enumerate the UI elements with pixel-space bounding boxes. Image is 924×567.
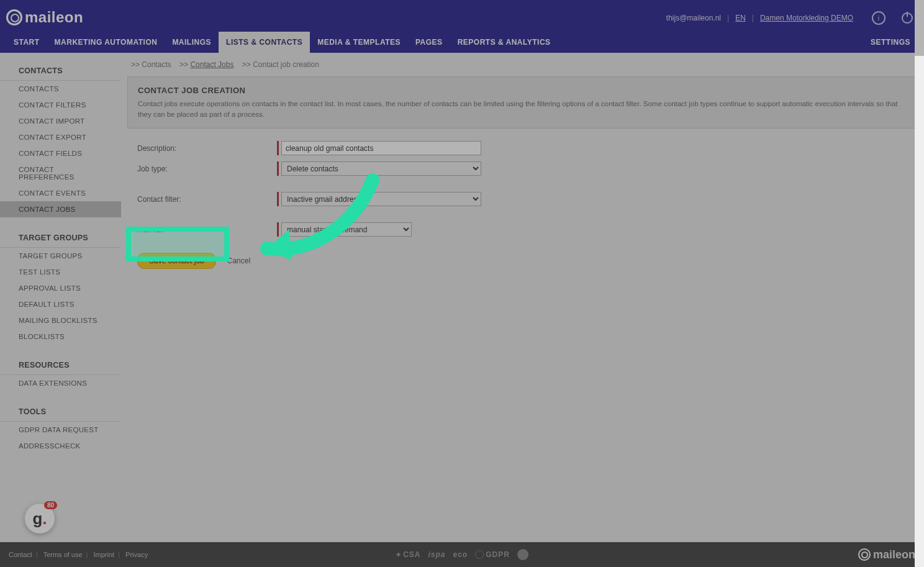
description-input[interactable] [281, 141, 481, 155]
tab-reports-analytics[interactable]: REPORTS & ANALYTICS [450, 32, 558, 53]
breadcrumb-contacts[interactable]: Contacts [142, 60, 171, 69]
sidebar-item-default-lists[interactable]: DEFAULT LISTS [0, 296, 121, 312]
assistant-badge-glyph: g [32, 509, 42, 528]
required-indicator [277, 161, 279, 176]
sidebar-item-contact-fields[interactable]: CONTACT FIELDS [0, 145, 121, 161]
sidebar-section-resources: RESOURCES [0, 356, 121, 374]
brand-logo-icon [6, 9, 22, 25]
footer-logo: maileon [858, 548, 915, 561]
sidebar-section-target-groups: TARGET GROUPS [0, 229, 121, 247]
top-nav: START MARKETING AUTOMATION MAILINGS LIST… [0, 32, 924, 53]
brand-logo[interactable]: maileon [6, 9, 83, 26]
account-link[interactable]: Damen Motorkleding DEMO [760, 14, 853, 22]
interval-label: Interval: [137, 225, 277, 234]
sidebar-section-tools: TOOLS [0, 402, 121, 421]
sidebar-item-contact-export[interactable]: CONTACT EXPORT [0, 129, 121, 145]
tab-mailings[interactable]: MAILINGS [165, 32, 219, 53]
footer: Contact| Terms of use| Imprint| Privacy … [0, 542, 924, 567]
footer-contact[interactable]: Contact [9, 551, 32, 558]
user-email: thijs@maileon.nl [666, 14, 721, 22]
sidebar-item-contact-import[interactable]: CONTACT IMPORT [0, 113, 121, 129]
sidebar-item-contact-filters[interactable]: CONTACT FILTERS [0, 97, 121, 113]
footer-terms[interactable]: Terms of use [43, 551, 83, 558]
description-label: Description: [137, 144, 277, 153]
sidebar-item-approval-lists[interactable]: APPROVAL LISTS [0, 280, 121, 296]
contact-filter-select[interactable]: Inactive gmail addresses [281, 192, 481, 206]
logout-icon[interactable] [902, 12, 913, 24]
tab-pages[interactable]: PAGES [408, 32, 450, 53]
assistant-badge[interactable]: g. 80 [25, 504, 55, 533]
badge-round-icon [517, 549, 528, 560]
required-indicator [277, 192, 279, 206]
sidebar-section-contacts: CONTACTS [0, 61, 121, 80]
required-indicator [277, 141, 279, 155]
badge-csa: CSA [403, 550, 420, 559]
sidebar-item-target-groups[interactable]: TARGET GROUPS [0, 248, 121, 264]
lang-link[interactable]: EN [735, 14, 746, 22]
sidebar-item-test-lists[interactable]: TEST LISTS [0, 264, 121, 280]
header-utility: thijs@maileon.nl | EN | Damen Motorkledi… [666, 11, 913, 25]
sidebar-item-blocklists[interactable]: BLOCKLISTS [0, 329, 121, 345]
footer-badges: ✦CSA ispa eco GDPR [396, 549, 528, 560]
breadcrumb-current: Contact job creation [253, 60, 319, 69]
interval-select[interactable]: manual start on demand [281, 222, 412, 237]
tab-lists-contacts[interactable]: LISTS & CONTACTS [219, 32, 310, 53]
badge-ispa: ispa [428, 550, 445, 559]
badge-gdpr: GDPR [486, 550, 510, 559]
main-area: CONTACTS CONTACTS CONTACT FILTERS CONTAC… [0, 53, 924, 542]
sidebar-item-gdpr-data-request[interactable]: GDPR DATA REQUEST [0, 422, 121, 438]
sidebar: CONTACTS CONTACTS CONTACT FILTERS CONTAC… [0, 53, 121, 542]
page-description: Contact jobs execute operations on conta… [138, 99, 907, 119]
intro-panel: CONTACT JOB CREATION Contact jobs execut… [127, 76, 918, 129]
vertical-scrollbar[interactable] [915, 0, 924, 567]
breadcrumb: >> Contacts >> Contact Jobs >> Contact j… [127, 53, 918, 76]
sidebar-item-contact-events[interactable]: CONTACT EVENTS [0, 185, 121, 201]
separator: | [752, 14, 754, 22]
sidebar-item-addresscheck[interactable]: ADDRESSCHECK [0, 438, 121, 454]
content-area: >> Contacts >> Contact Jobs >> Contact j… [121, 53, 924, 542]
sidebar-item-contact-jobs[interactable]: CONTACT JOBS [0, 201, 121, 217]
footer-logo-icon [858, 548, 871, 561]
separator: | [727, 14, 729, 22]
gdpr-icon [475, 550, 484, 559]
tab-start[interactable]: START [6, 32, 47, 53]
jobtype-label: Job type: [137, 165, 277, 173]
info-icon[interactable]: i [872, 11, 886, 25]
tab-marketing-automation[interactable]: MARKETING AUTOMATION [47, 32, 165, 53]
page-title: CONTACT JOB CREATION [138, 86, 907, 95]
assistant-badge-count: 80 [44, 501, 57, 509]
contact-job-form: Description: Job type: Delete contacts C… [127, 138, 918, 271]
breadcrumb-contact-jobs[interactable]: Contact Jobs [190, 60, 233, 69]
sidebar-item-contacts[interactable]: CONTACTS [0, 81, 121, 97]
badge-eco: eco [453, 550, 468, 559]
brand-logo-text: maileon [25, 9, 83, 26]
save-button[interactable]: Save contact job [137, 253, 216, 269]
cancel-button[interactable]: Cancel [227, 256, 250, 265]
tab-settings[interactable]: SETTINGS [863, 32, 918, 53]
sidebar-item-data-extensions[interactable]: DATA EXTENSIONS [0, 375, 121, 391]
tab-media-templates[interactable]: MEDIA & TEMPLATES [310, 32, 408, 53]
footer-privacy[interactable]: Privacy [125, 551, 148, 558]
jobtype-select[interactable]: Delete contacts [281, 161, 481, 176]
footer-links: Contact| Terms of use| Imprint| Privacy [9, 551, 148, 558]
sidebar-item-contact-preferences[interactable]: CONTACT PREFERENCES [0, 161, 121, 185]
filter-label: Contact filter: [137, 195, 277, 204]
sidebar-item-mailing-blocklists[interactable]: MAILING BLOCKLISTS [0, 312, 121, 329]
footer-imprint[interactable]: Imprint [94, 551, 115, 558]
app-header: maileon thijs@maileon.nl | EN | Damen Mo… [0, 0, 924, 53]
required-indicator [277, 222, 279, 237]
scrollbar-thumb[interactable] [915, 0, 924, 56]
